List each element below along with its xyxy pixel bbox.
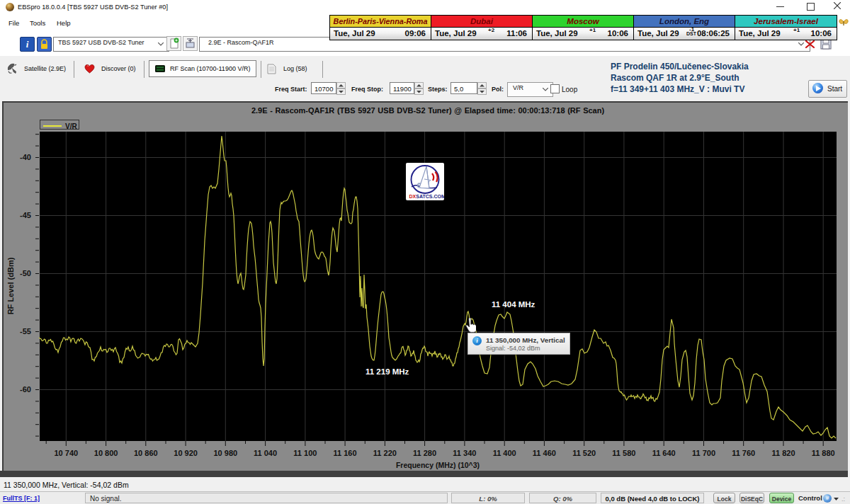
svg-text:DXSATCS.COM: DXSATCS.COM — [409, 194, 445, 199]
svg-text:V/R: V/R — [65, 122, 77, 130]
